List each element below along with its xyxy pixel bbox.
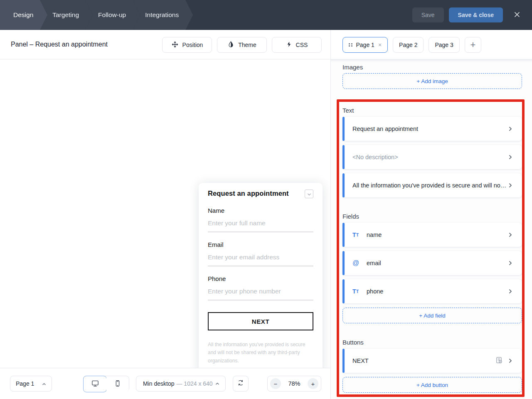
field-item-phone[interactable]: TT phone bbox=[342, 279, 522, 303]
theme-droplet-icon bbox=[227, 41, 234, 49]
zoom-level: 78% bbox=[288, 380, 300, 387]
images-section-label: Images bbox=[342, 64, 532, 71]
drag-handle-icon[interactable] bbox=[349, 43, 352, 47]
theme-button[interactable]: Theme bbox=[217, 37, 267, 53]
text-item-label: Request an appointment bbox=[352, 126, 418, 132]
buttons-section-label: Buttons bbox=[342, 339, 522, 346]
close-icon bbox=[514, 11, 520, 19]
content-sidebar: Images + Add image Text Request an appoi… bbox=[331, 59, 532, 399]
accent-bar bbox=[342, 145, 345, 169]
text-item-description[interactable]: <No description> bbox=[342, 145, 522, 169]
tab-label: Integrations bbox=[145, 11, 179, 19]
collapse-widget-button[interactable] bbox=[305, 190, 313, 198]
field-item-name[interactable]: TT name bbox=[342, 223, 522, 247]
tool-label: Position bbox=[182, 42, 203, 48]
tool-label: CSS bbox=[296, 42, 308, 48]
css-button[interactable]: CSS bbox=[272, 37, 322, 53]
text-item-footnote[interactable]: All the information you've provided is s… bbox=[342, 173, 522, 197]
close-editor-button[interactable] bbox=[511, 9, 523, 21]
top-navigation-bar: Design Targeting Follow-up Integrations … bbox=[0, 0, 532, 30]
tab-follow-up[interactable]: Follow-up bbox=[86, 0, 140, 30]
page-tab-label: Page 2 bbox=[399, 42, 417, 48]
zoom-out-button[interactable]: − bbox=[270, 378, 281, 389]
chevron-right-icon bbox=[509, 261, 512, 266]
move-icon bbox=[171, 41, 179, 49]
monitor-icon bbox=[91, 379, 99, 389]
desktop-view-button[interactable] bbox=[83, 376, 107, 392]
page-title: Panel – Request an appointment bbox=[11, 30, 108, 59]
tab-integrations[interactable]: Integrations bbox=[133, 0, 193, 30]
page-tab-label: Page 3 bbox=[435, 42, 453, 48]
add-image-button[interactable]: + Add image bbox=[342, 73, 522, 89]
page-tab-3[interactable]: Page 3 bbox=[429, 37, 459, 53]
accent-bar bbox=[342, 117, 345, 141]
editor-subheader: Panel – Request an appointment Position … bbox=[0, 30, 532, 59]
phone-icon bbox=[114, 379, 121, 389]
chevron-right-icon bbox=[509, 183, 512, 188]
chevron-down-icon bbox=[307, 190, 311, 198]
accent-bar bbox=[342, 251, 345, 275]
disclaimer-text: All the information you've provided is s… bbox=[208, 341, 313, 365]
name-input[interactable]: Enter your full name bbox=[208, 219, 313, 232]
field-label-phone: Phone bbox=[208, 275, 313, 282]
plus-icon: + bbox=[470, 39, 475, 50]
text-item-title[interactable]: Request an appointment bbox=[342, 117, 522, 141]
zoom-in-button[interactable]: + bbox=[308, 378, 318, 389]
topbar-actions: Save Save & close bbox=[412, 0, 532, 30]
chevron-right-icon bbox=[509, 155, 512, 160]
page-tab-1[interactable]: Page 1 × bbox=[342, 37, 388, 53]
zoom-control: − 78% + bbox=[267, 376, 321, 392]
field-item-label: email bbox=[367, 260, 381, 266]
phone-input[interactable]: Enter your phone number bbox=[208, 288, 313, 300]
text-field-icon: TT bbox=[352, 232, 362, 238]
position-button[interactable]: Position bbox=[162, 37, 212, 53]
chevron-up-icon bbox=[215, 382, 219, 385]
chevron-right-icon bbox=[509, 289, 512, 294]
lightning-icon bbox=[286, 41, 292, 49]
page-select-value: Page 1 bbox=[16, 380, 34, 387]
widget-editor: Design Targeting Follow-up Integrations … bbox=[0, 0, 532, 399]
field-item-email[interactable]: @ email bbox=[342, 251, 522, 275]
page-tab-2[interactable]: Page 2 bbox=[393, 37, 424, 53]
device-toggle bbox=[83, 376, 129, 392]
tool-label: Theme bbox=[238, 42, 256, 48]
mobile-view-button[interactable] bbox=[106, 376, 129, 392]
chevron-right-icon bbox=[509, 126, 512, 131]
accent-bar bbox=[342, 349, 345, 373]
form-action-icon bbox=[495, 356, 503, 366]
tab-targeting[interactable]: Targeting bbox=[40, 0, 93, 30]
rotate-view-button[interactable] bbox=[233, 376, 249, 392]
field-label-email: Email bbox=[208, 241, 313, 248]
fields-section-label: Fields bbox=[342, 213, 522, 220]
tab-design[interactable]: Design bbox=[0, 0, 47, 30]
next-button[interactable]: NEXT bbox=[208, 312, 313, 330]
viewport-size-value: — 1024 x 640 bbox=[176, 380, 212, 387]
text-field-icon: TT bbox=[352, 288, 362, 295]
tab-label: Targeting bbox=[52, 11, 79, 19]
save-and-close-button[interactable]: Save & close bbox=[449, 7, 503, 22]
add-page-button[interactable]: + bbox=[465, 37, 481, 53]
tab-label: Follow-up bbox=[98, 11, 126, 19]
viewport-size-dropdown[interactable]: Min desktop — 1024 x 640 bbox=[136, 376, 226, 392]
accent-bar bbox=[342, 173, 345, 197]
remove-page-icon[interactable]: × bbox=[378, 42, 382, 48]
page-select-dropdown[interactable]: Page 1 bbox=[10, 376, 52, 392]
save-button[interactable]: Save bbox=[412, 7, 444, 22]
field-label-name: Name bbox=[208, 207, 313, 214]
chevron-right-icon bbox=[509, 358, 512, 363]
field-item-label: phone bbox=[367, 288, 383, 295]
button-item-next[interactable]: NEXT bbox=[342, 349, 522, 373]
add-field-button[interactable]: + Add field bbox=[342, 308, 522, 323]
canvas-toolbar: Page 1 Min desktop — 1024 x 640 − 78% + bbox=[0, 368, 330, 399]
button-item-label: NEXT bbox=[352, 357, 369, 364]
email-input[interactable]: Enter your email address bbox=[208, 254, 313, 266]
text-section-label: Text bbox=[342, 107, 522, 114]
email-at-icon: @ bbox=[352, 259, 362, 267]
text-item-label: <No description> bbox=[352, 154, 398, 160]
preview-canvas: Request an appointment Name Enter your f… bbox=[0, 59, 330, 368]
rotate-icon bbox=[237, 379, 244, 388]
widget-tools: Position Theme CSS bbox=[162, 37, 322, 53]
highlight-rectangle: Text Request an appointment <No descript… bbox=[337, 99, 525, 397]
add-button-button[interactable]: + Add button bbox=[342, 377, 522, 393]
viewport-size-label: Min desktop bbox=[143, 380, 174, 387]
